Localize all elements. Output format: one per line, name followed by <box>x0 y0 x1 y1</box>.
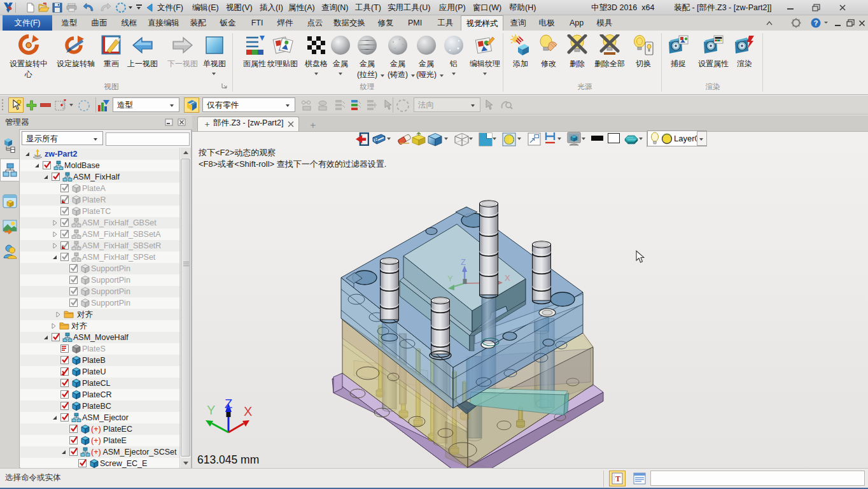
svg-text:T: T <box>615 474 620 483</box>
svg-text:X: X <box>244 404 252 418</box>
svg-text:?: ? <box>814 19 818 27</box>
svg-text:Z: Z <box>461 257 466 267</box>
svg-text:Y: Y <box>207 403 215 417</box>
svg-text:Y: Y <box>447 274 453 283</box>
svg-text:X: X <box>505 273 510 283</box>
svg-text:Z: Z <box>225 397 232 411</box>
